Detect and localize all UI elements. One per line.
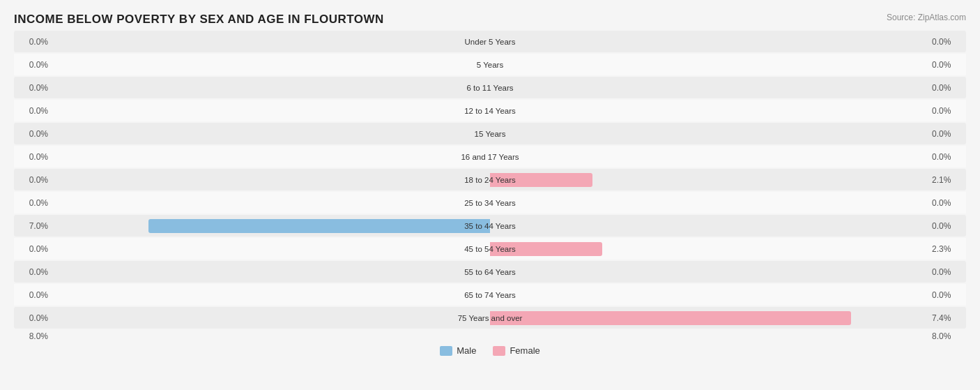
male-section	[52, 173, 490, 187]
chart-row: 0.0% 75 Years and over 7.4%	[14, 307, 966, 329]
male-section	[52, 104, 490, 118]
female-section	[490, 127, 928, 141]
chart-area: 0.0% Under 5 Years 0.0% 0.0% 5 Years 0.0…	[14, 31, 966, 329]
male-section	[52, 288, 490, 302]
bars-wrapper: 16 and 17 Years	[52, 146, 928, 167]
legend-female-box	[493, 346, 505, 356]
male-section	[52, 311, 490, 325]
male-section	[52, 81, 490, 95]
bars-wrapper: Under 5 Years	[52, 31, 928, 52]
bars-wrapper: 45 to 54 Years	[52, 238, 928, 260]
female-value: 0.0%	[928, 221, 966, 231]
bars-wrapper: 25 to 34 Years	[52, 192, 928, 213]
female-value: 0.0%	[928, 106, 966, 116]
male-value: 0.0%	[14, 290, 52, 300]
male-value: 0.0%	[14, 60, 52, 70]
female-bar	[490, 311, 851, 325]
female-bar	[490, 242, 602, 256]
female-value: 0.0%	[928, 60, 966, 70]
bars-wrapper: 65 to 74 Years	[52, 284, 928, 306]
male-section	[52, 127, 490, 141]
chart-row: 0.0% 15 Years 0.0%	[14, 123, 966, 144]
legend-female: Female	[493, 345, 539, 356]
female-section	[490, 173, 928, 187]
male-value: 0.0%	[14, 244, 52, 254]
female-section	[490, 265, 928, 279]
male-section	[52, 219, 490, 233]
male-value: 0.0%	[14, 83, 52, 93]
female-section	[490, 35, 928, 49]
legend-male: Male	[440, 345, 476, 356]
female-value: 0.0%	[928, 83, 966, 93]
male-value: 0.0%	[14, 37, 52, 47]
female-value: 0.0%	[928, 198, 966, 208]
female-value: 2.3%	[928, 244, 966, 254]
bars-wrapper: 75 Years and over	[52, 307, 928, 329]
bars-wrapper: 18 to 24 Years	[52, 169, 928, 190]
male-section	[52, 35, 490, 49]
chart-row: 0.0% 45 to 54 Years 2.3%	[14, 238, 966, 260]
female-value: 0.0%	[928, 129, 966, 139]
female-bar	[490, 173, 592, 187]
female-section	[490, 311, 928, 325]
male-bar	[148, 219, 490, 233]
female-value: 7.4%	[928, 313, 966, 323]
bars-wrapper: 15 Years	[52, 123, 928, 144]
chart-row: 0.0% 6 to 11 Years 0.0%	[14, 77, 966, 98]
male-section	[52, 150, 490, 164]
chart-row: 7.0% 35 to 44 Years 0.0%	[14, 215, 966, 237]
female-section	[490, 242, 928, 256]
male-section	[52, 242, 490, 256]
male-section	[52, 265, 490, 279]
male-value: 0.0%	[14, 129, 52, 139]
axis-right-label: 8.0%	[928, 331, 966, 341]
female-value: 2.1%	[928, 175, 966, 185]
chart-row: 0.0% 16 and 17 Years 0.0%	[14, 146, 966, 167]
female-value: 0.0%	[928, 37, 966, 47]
chart-container: INCOME BELOW POVERTY BY SEX AND AGE IN F…	[0, 0, 980, 390]
source-label: Source: ZipAtlas.com	[887, 13, 966, 22]
bars-wrapper: 55 to 64 Years	[52, 261, 928, 283]
chart-row: 0.0% 25 to 34 Years 0.0%	[14, 192, 966, 213]
bars-wrapper: 6 to 11 Years	[52, 77, 928, 98]
axis-row: 8.0% 8.0%	[14, 331, 966, 341]
male-value: 0.0%	[14, 175, 52, 185]
legend-male-box	[440, 346, 452, 356]
bars-wrapper: 12 to 14 Years	[52, 100, 928, 121]
chart-row: 0.0% Under 5 Years 0.0%	[14, 31, 966, 52]
female-value: 0.0%	[928, 152, 966, 162]
axis-left-label: 8.0%	[14, 331, 52, 341]
chart-row: 0.0% 18 to 24 Years 2.1%	[14, 169, 966, 190]
male-value: 0.0%	[14, 313, 52, 323]
chart-title: INCOME BELOW POVERTY BY SEX AND AGE IN F…	[14, 13, 966, 27]
chart-row: 0.0% 5 Years 0.0%	[14, 54, 966, 75]
bars-wrapper: 5 Years	[52, 54, 928, 75]
male-value: 7.0%	[14, 221, 52, 231]
male-section	[52, 196, 490, 210]
male-value: 0.0%	[14, 198, 52, 208]
chart-row: 0.0% 65 to 74 Years 0.0%	[14, 284, 966, 306]
legend-female-label: Female	[510, 345, 539, 356]
chart-row: 0.0% 55 to 64 Years 0.0%	[14, 261, 966, 283]
female-section	[490, 81, 928, 95]
bars-wrapper: 35 to 44 Years	[52, 215, 928, 237]
female-section	[490, 150, 928, 164]
legend: Male Female	[14, 345, 966, 356]
male-value: 0.0%	[14, 106, 52, 116]
female-value: 0.0%	[928, 290, 966, 300]
male-section	[52, 58, 490, 72]
female-value: 0.0%	[928, 267, 966, 277]
female-section	[490, 288, 928, 302]
female-section	[490, 58, 928, 72]
male-value: 0.0%	[14, 267, 52, 277]
legend-male-label: Male	[457, 345, 476, 356]
female-section	[490, 196, 928, 210]
chart-row: 0.0% 12 to 14 Years 0.0%	[14, 100, 966, 121]
female-section	[490, 104, 928, 118]
male-value: 0.0%	[14, 152, 52, 162]
female-section	[490, 219, 928, 233]
